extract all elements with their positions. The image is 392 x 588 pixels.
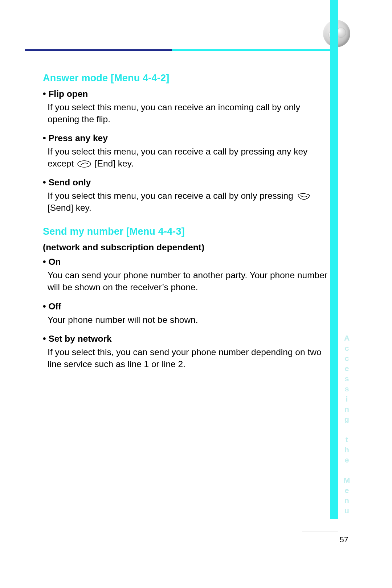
- page-number: 57: [340, 535, 348, 544]
- page-number-rule: [302, 531, 338, 531]
- end-key-icon: [77, 160, 91, 168]
- page-content: Answer mode [Menu 4-4-2] • Flip open If …: [43, 73, 330, 378]
- bullet-item: • Set by network If you select this, you…: [43, 334, 330, 370]
- bullet-body: If you select this menu, you can receive…: [43, 101, 330, 125]
- body-text: You can send your phone number to anothe…: [48, 270, 327, 292]
- bullet-title: • Off: [43, 301, 330, 312]
- section-heading: Answer mode [Menu 4-4-2]: [43, 73, 330, 84]
- bullet-item: • On You can send your phone number to a…: [43, 257, 330, 293]
- bullet-body: If you select this, you can send your ph…: [43, 346, 330, 370]
- body-text-post: [Send] key.: [48, 203, 91, 213]
- bullet-body: If you select this menu, you can receive…: [43, 190, 330, 214]
- send-key-icon: [297, 192, 311, 200]
- bullet-body: Your phone number will not be shown.: [43, 314, 330, 326]
- body-text: Your phone number will not be shown.: [48, 315, 198, 325]
- bullet-item: • Press any key If you select this menu,…: [43, 133, 330, 169]
- body-text: If you select this menu, you can receive…: [48, 102, 300, 124]
- body-text-post: [End] key.: [92, 159, 134, 168]
- side-tab-bar: [330, 0, 338, 519]
- side-chapter-label: Accessing the Menu: [342, 334, 351, 479]
- bullet-title: • On: [43, 257, 330, 267]
- bullet-item: • Flip open If you select this menu, you…: [43, 89, 330, 125]
- manual-page: Answer mode [Menu 4-4-2] • Flip open If …: [0, 0, 392, 588]
- side-chapter-text: Accessing the Menu: [342, 334, 351, 517]
- bullet-body: You can send your phone number to anothe…: [43, 269, 330, 293]
- section-subnote: (network and subscription dependent): [43, 242, 330, 252]
- svg-point-0: [78, 161, 91, 167]
- body-text: If you select this, you can send your ph…: [48, 347, 322, 369]
- bullet-item: • Off Your phone number will not be show…: [43, 301, 330, 326]
- body-text: If you select this menu, you can receive…: [48, 191, 296, 201]
- bullet-body: If you select this menu, you can receive…: [43, 145, 330, 169]
- section-heading: Send my number [Menu 4-4-3]: [43, 226, 330, 237]
- bullet-item: • Send only If you select this menu, you…: [43, 177, 330, 214]
- bullet-title: • Flip open: [43, 89, 330, 99]
- bullet-title: • Set by network: [43, 334, 330, 344]
- header-rule: [25, 49, 338, 51]
- bullet-title: • Press any key: [43, 133, 330, 143]
- bullet-title: • Send only: [43, 177, 330, 188]
